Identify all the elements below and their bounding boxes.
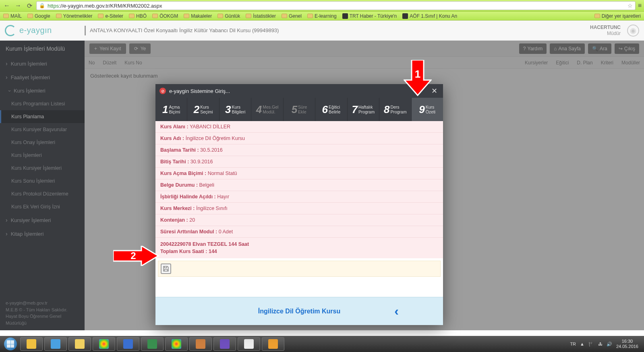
- prev-chevron-icon[interactable]: ‹: [394, 304, 399, 319]
- tray-up-icon[interactable]: ▲: [580, 342, 584, 346]
- save-area: [158, 261, 441, 277]
- wizard-step[interactable]: 4Mes.GelModül.: [251, 98, 283, 121]
- bookmark-item[interactable]: Yönetmelikler: [56, 13, 93, 19]
- tray-lang[interactable]: TR: [570, 342, 576, 346]
- wizard-step[interactable]: 7HaftalıkProgram: [348, 98, 379, 121]
- summary-row: Kontenjan : 20: [155, 214, 443, 226]
- instructor-line: 20042229078 Elvan TEZGEL 144 Saat: [160, 241, 438, 248]
- url-bar[interactable]: 🔒 https://e-yaygin.meb.gov.tr/KRM/KRM020…: [36, 1, 636, 10]
- page-title: ANTALYA KONYAALTI Özel Konyaaltı İngiliz…: [90, 27, 584, 33]
- folder-icon: [27, 14, 33, 18]
- taskbar-item[interactable]: [68, 337, 91, 351]
- bookmark-item[interactable]: ÖOKGM: [152, 13, 178, 19]
- tray-flag-icon[interactable]: 🏴: [588, 342, 594, 347]
- folder-icon: [129, 14, 135, 18]
- user-role: Müdür: [590, 31, 621, 36]
- taskbar-item[interactable]: [141, 337, 164, 351]
- taskbar-item[interactable]: [238, 337, 260, 351]
- browser-menu-button[interactable]: ≡: [638, 2, 642, 9]
- bookmark-item[interactable]: Günlük: [217, 13, 240, 19]
- folder-icon: [246, 14, 251, 18]
- folder-icon: [594, 14, 600, 18]
- user-info: HACERTUNC Müdür: [584, 25, 627, 36]
- avatar[interactable]: ◉: [627, 25, 639, 37]
- back-button[interactable]: ←: [2, 1, 11, 10]
- bookmark-item[interactable]: Google: [27, 13, 50, 19]
- taskbar-item[interactable]: [262, 337, 284, 351]
- bookmark-item[interactable]: AÖF 1.Sınıf | Konu An: [402, 13, 457, 19]
- annotation-arrow-2: 2: [113, 246, 159, 266]
- bookmark-item[interactable]: MAİL: [3, 13, 22, 19]
- taskbar-item[interactable]: [117, 337, 139, 351]
- wizard-step[interactable]: 1AçmaBiçimi: [155, 98, 187, 121]
- summary-row: Bitiş Tarihi : 30.9.2016: [155, 156, 443, 168]
- logo-text: e-yaygın: [19, 26, 52, 35]
- bookmark-item[interactable]: E-learning: [307, 13, 337, 19]
- folder-icon: [217, 14, 223, 18]
- wizard-step[interactable]: 5SüreEkle: [284, 98, 315, 121]
- bookmarks-overflow[interactable]: Diğer yer işaretleri: [594, 13, 641, 19]
- wizard-steps: 1AçmaBiçimi2KursSeçimi3KursBilgileri4Mes…: [155, 98, 443, 121]
- tray-clock[interactable]: 16:30 24.05.2016: [616, 339, 638, 349]
- taskbar-item[interactable]: [213, 337, 236, 351]
- folder-icon: [56, 14, 62, 18]
- start-button[interactable]: [2, 337, 19, 351]
- wizard-modal: ⊘ e-yaygin Sistemine Giriş... ✕ 1AçmaBiç…: [155, 84, 443, 325]
- wizard-step[interactable]: 2KursSeçimi: [187, 98, 219, 121]
- svg-text:1: 1: [415, 68, 420, 80]
- taskbar-item[interactable]: [44, 337, 67, 351]
- reload-button[interactable]: ⟳: [25, 1, 34, 10]
- windows-taskbar: TR ▲ 🏴 🖧 🔊 16:30 24.05.2016: [0, 336, 644, 352]
- taskbar-item[interactable]: [93, 337, 115, 351]
- header-divider: [85, 26, 86, 35]
- folder-icon: [307, 14, 313, 18]
- folder-icon: [3, 14, 9, 18]
- taskbar-item[interactable]: [165, 337, 188, 351]
- summary-row: İşbirliği Halinde Açıldı : Hayır: [155, 191, 443, 203]
- wizard-step[interactable]: 3KursBilgileri: [219, 98, 251, 121]
- wizard-step[interactable]: 9KursÖzeti: [412, 98, 443, 121]
- modal-title: e-yaygin Sistemine Giriş...: [169, 88, 230, 94]
- annotation-arrow-1: 1: [404, 60, 432, 96]
- summary-row: Başlama Tarihi : 30.5.2016: [155, 144, 443, 156]
- tray-network-icon[interactable]: 🖧: [598, 342, 603, 346]
- save-button[interactable]: [161, 263, 171, 274]
- modal-header-icon: ⊘: [159, 88, 166, 94]
- logo-area: e-yaygın: [0, 25, 85, 36]
- bookmarks-bar: MAİLGoogleYönetmeliklere-SitelerHBÖÖOKGM…: [0, 12, 644, 21]
- summary-row: Kurs Açma Biçimi : Normal Statü: [155, 168, 443, 179]
- footer-course-name: İngilizce Dil Öğretim Kursu: [258, 308, 340, 315]
- logo-icon: [5, 25, 16, 36]
- url-scheme: https: [48, 3, 59, 9]
- bookmark-item[interactable]: e-Siteler: [98, 13, 123, 19]
- lock-icon: 🔒: [39, 3, 45, 8]
- folder-icon: [184, 14, 189, 18]
- system-tray: TR ▲ 🏴 🖧 🔊 16:30 24.05.2016: [570, 339, 642, 349]
- bookmark-item[interactable]: TRT Haber - Türkiye'n: [342, 13, 397, 19]
- folder-icon: [152, 14, 158, 18]
- app-header: e-yaygın ANTALYA KONYAALTI Özel Konyaalt…: [0, 21, 644, 41]
- tray-volume-icon[interactable]: 🔊: [607, 342, 612, 347]
- modal-body: Kurs Alanı : YABANCI DİLLERKurs Adı : İn…: [155, 121, 443, 237]
- windows-logo-icon: [4, 338, 17, 350]
- favicon-icon: [342, 13, 348, 19]
- modal-footer: İngilizce Dil Öğretim Kursu ‹: [155, 297, 443, 325]
- folder-icon: [98, 14, 104, 18]
- forward-button[interactable]: →: [14, 1, 23, 10]
- main-area: Kurum İşlemleri Modülü Kurum İşlemleriFa…: [0, 41, 644, 330]
- svg-text:2: 2: [130, 250, 136, 261]
- taskbar-item[interactable]: [20, 337, 43, 351]
- bookmark-item[interactable]: Genel: [282, 13, 302, 19]
- wizard-step[interactable]: 8DersProgram: [379, 98, 411, 121]
- bookmark-item[interactable]: HBÖ: [129, 13, 147, 19]
- bookmark-item[interactable]: Makaleler: [184, 13, 212, 19]
- bookmark-item[interactable]: İstatistikler: [246, 13, 276, 19]
- wizard-step[interactable]: 6EğiticiBelirle: [315, 98, 347, 121]
- bookmark-star-icon[interactable]: ☆: [627, 2, 633, 9]
- url-path: ://e-yaygin.meb.gov.tr/KRM/KRM02002.aspx: [59, 3, 162, 9]
- total-hours-line: Toplam Kurs Saati : 144: [160, 248, 438, 255]
- taskbar-item[interactable]: [189, 337, 212, 351]
- favicon-icon: [402, 13, 408, 19]
- folder-icon: [282, 14, 287, 18]
- summary-row: Süresi Arttırılan Modul : 0 Adet: [155, 226, 443, 237]
